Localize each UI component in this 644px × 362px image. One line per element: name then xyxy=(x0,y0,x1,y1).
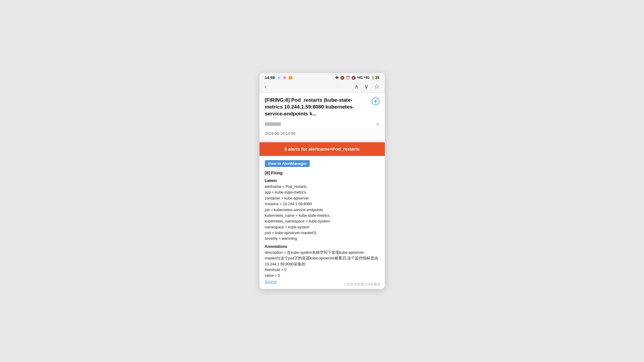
label-job: job = kubernetes-service-endpoints xyxy=(265,207,379,213)
alert-banner-text: 8 alerts for alertname=Pod_restarts xyxy=(284,146,359,151)
status-bar-right: 👁 🔕 ⏰ 🔇 ᵊ4G ᵊ4G 🔋25 xyxy=(335,76,379,80)
annotations-title: Annotations xyxy=(265,244,379,249)
label-namespace: namespace = kube-system xyxy=(265,225,379,230)
view-alertmanager-label[interactable]: View In AlertManager xyxy=(265,160,310,167)
wifi-icon: 🔕 xyxy=(340,76,345,80)
signal-icon: ᵊ4G ᵊ4G xyxy=(357,76,370,80)
labels-section: Labels alertname = Pod_restarts app = ku… xyxy=(265,178,379,242)
sender-avatar xyxy=(265,122,281,126)
nav-up-button[interactable]: ∧ xyxy=(354,83,359,90)
email-date: 2024-06-16 14:56 xyxy=(260,130,385,139)
status-bar: 14:59 📧 🌸 😊 👁 🔕 ⏰ 🔇 ᵊ4G ᵊ4G 🔋25 xyxy=(260,73,385,81)
view-alertmanager-button[interactable]: View In AlertManager xyxy=(265,160,379,171)
labels-title: Labels xyxy=(265,178,379,183)
email-subject-text: [FIRING:8] Pod_restarts (kube-state-metr… xyxy=(265,97,372,117)
label-pod: pod = kube-apiserver-master01 xyxy=(265,230,379,236)
annotation-threshold: threshold = 0 xyxy=(265,267,379,273)
nav-down-button[interactable]: ∨ xyxy=(364,83,369,90)
email-date-text: 2024-06-16 14:56 xyxy=(265,131,296,136)
alarm-icon: ⏰ xyxy=(346,76,350,80)
label-kubernetes-name: kubernetes_name = kube-state-metrics xyxy=(265,213,379,219)
alert-banner: 8 alerts for alertname=Pod_restarts xyxy=(260,142,385,156)
back-button[interactable]: ‹ xyxy=(265,83,267,90)
upload-icon[interactable] xyxy=(372,98,379,108)
annotations-section: Annotations description = 在kube-system名称… xyxy=(265,244,379,284)
label-container: container = kube-apiserver xyxy=(265,196,379,201)
source-link[interactable]: Source xyxy=(265,280,277,284)
watermark: CSDN @智能运维探索者 xyxy=(344,282,380,287)
status-icons: 📧 🌸 😊 xyxy=(277,75,293,80)
email-subject-title: [FIRING:8] Pod_restarts (kube-state-metr… xyxy=(265,97,379,117)
annotation-value: value = 5 xyxy=(265,273,379,279)
email-subject-section: [FIRING:8] Pod_restarts (kube-state-metr… xyxy=(260,93,385,119)
firing-title: [8] Firing xyxy=(265,171,379,175)
status-bar-left: 14:59 📧 🌸 😊 xyxy=(265,75,293,80)
alert-content: View In AlertManager [8] Firing Labels a… xyxy=(260,156,385,289)
meta-chevron-icon[interactable]: ∨ xyxy=(376,121,379,127)
spacer xyxy=(260,139,385,142)
annotation-description: description = 在kube-system名称空间下发现kube-ap… xyxy=(265,250,379,267)
label-alertname: alertname = Pod_restarts xyxy=(265,184,379,190)
nav-star-button[interactable]: ☆ xyxy=(374,83,379,90)
label-app: app = kube-state-metrics xyxy=(265,190,379,195)
phone-container: 14:59 📧 🌸 😊 👁 🔕 ⏰ 🔇 ᵊ4G ᵊ4G 🔋25 ‹ ∧ ∨ ☆ … xyxy=(260,73,385,289)
battery-icon: 🔋25 xyxy=(371,76,379,80)
label-instance: instance = 10.244.1.59:8080 xyxy=(265,201,379,207)
label-severity: severity = warnning xyxy=(265,236,379,242)
mute-icon: 🔇 xyxy=(351,76,356,80)
email-body: 8 alerts for alertname=Pod_restarts View… xyxy=(260,142,385,289)
status-time: 14:59 xyxy=(265,75,275,80)
label-kubernetes-namespace: kubernetes_namespace = kube-system xyxy=(265,219,379,224)
nav-bar: ‹ ∧ ∨ ☆ xyxy=(260,81,385,93)
eye-icon: 👁 xyxy=(335,76,339,80)
email-meta: ∨ xyxy=(260,119,385,130)
nav-icons-right: ∧ ∨ ☆ xyxy=(354,83,379,90)
